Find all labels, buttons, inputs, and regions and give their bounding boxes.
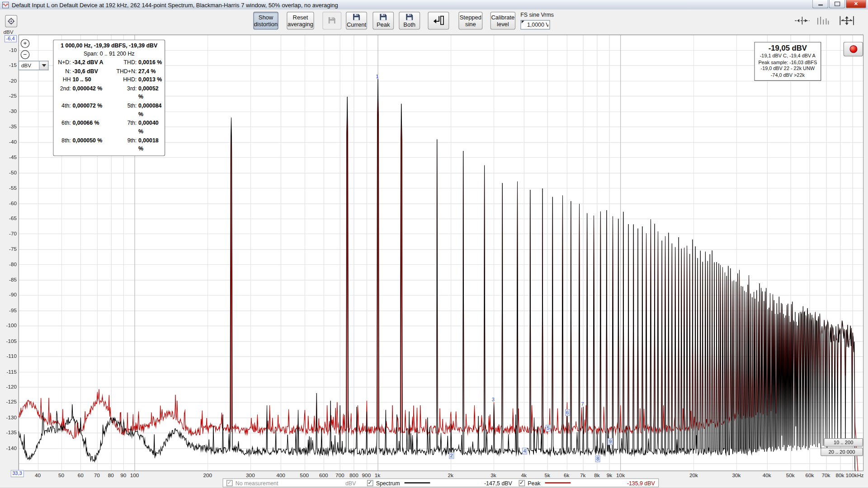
y-tick-label: -115	[0, 368, 17, 375]
device-settings-button[interactable]	[5, 15, 17, 27]
x-tick-label: 2k	[439, 472, 463, 479]
fs-sine-input[interactable]	[520, 20, 550, 29]
signal-route-button[interactable]	[428, 12, 449, 29]
save-current-button[interactable]: Current	[346, 12, 367, 29]
info-cell: 0,00018 %	[138, 136, 162, 153]
stepped-sine-label: Stepped sine	[460, 14, 481, 28]
window-title: Default Input L on Default Device at 192…	[12, 1, 338, 8]
y-tick-label: -125	[0, 399, 17, 405]
stepped-sine-button[interactable]: Stepped sine	[458, 12, 482, 29]
save-both-label: Both	[403, 21, 415, 28]
level-line2: -19,1 dBV C, -19,4 dBV A	[755, 53, 820, 59]
unit-selector-value: dBV	[19, 61, 40, 70]
titlebar[interactable]: Default Input L on Default Device at 192…	[0, 0, 868, 10]
spectral-lines-button[interactable]	[814, 14, 831, 28]
info-cell: 4th:	[56, 101, 72, 118]
info-cell: 0,000042 %	[72, 84, 113, 101]
info-cell: 0,00052 %	[138, 84, 162, 101]
fit-scale-button[interactable]	[837, 14, 857, 28]
spectrum-line-swatch	[404, 482, 430, 483]
save-peak-label: Peak	[377, 21, 390, 28]
disk-icon	[379, 14, 387, 21]
x-tick-label: 30k	[724, 472, 749, 479]
maximize-button[interactable]	[829, 0, 845, 9]
no-measurement-checkbox[interactable]	[226, 480, 233, 486]
level-line5: -74,0 dBV >22k	[755, 72, 820, 79]
info-cell: -34,2 dBV A	[72, 58, 113, 66]
y-tick-label: -35	[0, 123, 17, 130]
x-tick-label: 200	[195, 472, 220, 479]
close-button[interactable]	[846, 0, 867, 9]
peak-legend-label: Peak	[528, 480, 540, 486]
status-bar: No measurement dBV Spectrum -147,5 dBV P…	[0, 479, 868, 488]
harmonic-marker-5: 5	[546, 425, 551, 432]
info-fundamental-line: 1 000,00 Hz, -19,39 dBFS, -19,39 dBV	[56, 42, 162, 50]
info-cell: 0,0013 %	[138, 75, 162, 84]
unit-selector[interactable]: dBV	[19, 61, 49, 70]
harmonic-marker-8: 8	[595, 455, 600, 462]
cursor-readout-button[interactable]	[792, 14, 812, 28]
x-tick-label: 10k	[608, 472, 632, 479]
y-tick-label: -30	[0, 108, 17, 114]
harmonic-marker-9: 9	[608, 438, 613, 445]
zoom-in-button[interactable]: +	[21, 39, 30, 48]
y-tick-label: -65	[0, 215, 17, 221]
info-cell: 0,000072 %	[72, 101, 113, 118]
info-cell: 0,000050 %	[72, 136, 113, 153]
info-span-line: Span: 0 .. 91 200 Hz	[56, 50, 162, 58]
y-tick-label: -75	[0, 246, 17, 252]
y-tick-label: -85	[0, 277, 17, 283]
range-20-20000-button[interactable]: 20 .. 20 000	[821, 448, 863, 456]
info-cell: 6th:	[56, 118, 72, 136]
info-cell: -30,6 dBV	[72, 66, 113, 75]
measurement-info-box: 1 000,00 Hz, -19,39 dBFS, -19,39 dBV Spa…	[53, 40, 165, 156]
spectrum-checkbox[interactable]	[367, 480, 373, 486]
info-cell: HH	[56, 75, 72, 84]
info-cell: 27,4 %	[138, 66, 162, 75]
chevron-down-icon[interactable]	[40, 61, 49, 70]
y-tick-label: -50	[0, 169, 17, 176]
level-line4: -19,0 dBV 22 - 22k UNW	[755, 66, 820, 72]
range-10-200-button[interactable]: 10 .. 200	[824, 438, 863, 447]
info-cell: 0,00066 %	[72, 118, 113, 136]
save-current-label: Current	[347, 21, 366, 28]
level-line3: Peak sample: -16,03 dBFS	[755, 59, 820, 66]
calibrate-level-button[interactable]: Calibrate level	[491, 12, 516, 29]
y-cursor-readout: -6,4	[5, 35, 17, 42]
disk-gray-icon	[328, 17, 336, 24]
zoom-out-button[interactable]: −	[21, 50, 30, 59]
reset-averaging-button[interactable]: Reset averaging	[287, 12, 314, 29]
spin-mark-icon	[522, 21, 524, 23]
save-peak-button[interactable]: Peak	[373, 12, 394, 29]
show-distortion-button[interactable]: Show distortion	[253, 12, 278, 29]
peak-checkbox[interactable]	[519, 480, 525, 486]
y-tick-label: -135	[0, 430, 17, 436]
y-tick-label: -20	[0, 77, 17, 84]
x-tick-label: 100	[122, 472, 146, 479]
info-cell: N:	[56, 66, 72, 75]
record-button[interactable]	[844, 42, 863, 56]
reset-averaging-label: Reset averaging	[288, 14, 313, 28]
y-tick-label: -105	[0, 338, 17, 344]
info-cell: THD:	[113, 58, 138, 66]
x-cursor-readout: 33,3	[10, 470, 24, 477]
info-rows: N+D:-34,2 dBV ATHD:0,0016 %N:-30,6 dBVTH…	[56, 58, 162, 153]
info-cell: 3rd:	[113, 84, 138, 101]
info-cell: 10 .. 50	[72, 75, 113, 84]
no-measurement-label: No measurement	[236, 480, 278, 486]
show-distortion-label: Show distortion	[254, 14, 278, 28]
spectrum-legend-label: Spectrum	[376, 480, 400, 486]
y-tick-label: -10	[0, 47, 17, 53]
route-arrow-icon	[432, 15, 445, 26]
x-tick-label: 100kHz	[842, 472, 867, 479]
y-tick-label: -130	[0, 414, 17, 421]
status-unit-label: dBV	[345, 480, 360, 486]
save-wav-button	[322, 12, 341, 29]
y-tick-label: -55	[0, 185, 17, 191]
y-tick-label: -40	[0, 139, 17, 145]
info-cell: 0,0016 %	[138, 58, 162, 66]
y-tick-label: -80	[0, 261, 17, 267]
x-tick-label: 40k	[755, 472, 779, 479]
save-both-button[interactable]: Both	[399, 12, 420, 29]
minimize-button[interactable]	[812, 0, 829, 9]
